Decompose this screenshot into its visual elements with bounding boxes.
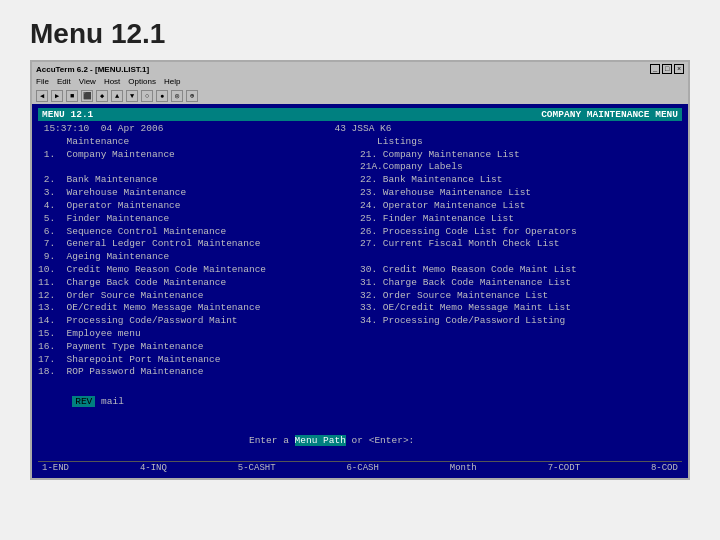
toolbar-btn-11[interactable]: ⊕ [186,90,198,102]
toolbar-btn-5[interactable]: ◆ [96,90,108,102]
footer-5-casht: 5-CASHT [238,463,276,473]
menu-edit[interactable]: Edit [57,77,71,87]
titlebar-text: AccuTerm 6.2 - [MENU.LIST.1] [36,65,149,74]
toolbar-btn-3[interactable]: ■ [66,90,78,102]
left-item-14: 14. Processing Code/Password Maint [38,315,360,328]
left-item-1: 1. Company Maintenance [38,149,360,162]
left-item-13: 13. OE/Credit Memo Message Maintenance [38,302,360,315]
footer-month: Month [450,463,477,473]
terminal-window: AccuTerm 6.2 - [MENU.LIST.1] _ □ × File … [30,60,690,480]
input-box[interactable]: REV [72,396,95,407]
left-item-17: 17. Sharepoint Port Maintenance [38,354,360,367]
right-item-24: 24. Operator Maintenance List [360,200,682,213]
footer-8-cod: 8-COD [651,463,678,473]
right-item-34: 34. Processing Code/Password Listing [360,315,682,328]
left-item-6: 6. Sequence Control Maintenance [38,226,360,239]
toolbar-btn-1[interactable]: ◀ [36,90,48,102]
prompt-line: Enter a Menu Path or <Enter>: [38,422,682,460]
terminal-titlebar: AccuTerm 6.2 - [MENU.LIST.1] _ □ × [32,62,688,76]
right-item-30: 30. Credit Memo Reason Code Maint List [360,264,682,277]
terminal-body: MENU 12.1 COMPANY MAINTENANCE MENU 15:37… [32,104,688,478]
terminal-header-bar: MENU 12.1 COMPANY MAINTENANCE MENU [38,108,682,121]
right-item-22: 22. Bank Maintenance List [360,174,682,187]
right-item-31: 31. Charge Back Code Maintenance List [360,277,682,290]
left-item-18: 18. ROP Password Maintenance [38,366,360,379]
datetime-line: 15:37:10 04 Apr 2006 43 JSSA K6 [38,123,682,136]
footer-1-end: 1-END [42,463,69,473]
right-blank [360,251,682,264]
toolbar-btn-2[interactable]: ▶ [51,90,63,102]
left-column: Maintenance 1. Company Maintenance 2. Ba… [38,136,360,379]
right-header: Listings [360,136,682,149]
left-item-12: 12. Order Source Maintenance [38,290,360,303]
menu-file[interactable]: File [36,77,49,87]
toolbar-btn-10[interactable]: ◎ [171,90,183,102]
toolbar-btn-6[interactable]: ▲ [111,90,123,102]
right-item-27: 27. Current Fiscal Month Check List [360,238,682,251]
left-item-10: 10. Credit Memo Reason Code Maintenance [38,264,360,277]
menu-help[interactable]: Help [164,77,180,87]
titlebar-buttons: _ □ × [650,64,684,74]
left-item-2: 2. Bank Maintenance [38,174,360,187]
left-item-16: 16. Payment Type Maintenance [38,341,360,354]
footer-4-inq: 4-INQ [140,463,167,473]
left-item-5: 5. Finder Maintenance [38,213,360,226]
toolbar-btn-7[interactable]: ▼ [126,90,138,102]
right-item-33: 33. OE/Credit Memo Message Maint List [360,302,682,315]
footer-7-codt: 7-CODT [548,463,580,473]
toolbar-btn-9[interactable]: ● [156,90,168,102]
right-item-25: 25. Finder Maintenance List [360,213,682,226]
right-item-21: 21. Company Maintenance List [360,149,682,162]
left-item-11: 11. Charge Back Code Maintenance [38,277,360,290]
right-item-21a: 21A.Company Labels [360,161,682,174]
terminal-footer: 1-END 4-INQ 5-CASHT 6-CASH Month 7-CODT … [38,461,682,474]
menu-path-highlight: Menu Path [295,435,346,446]
footer-6-cash: 6-CASH [346,463,378,473]
left-item-blank [38,161,360,174]
input-line: REV mail [38,383,682,421]
left-item-9: 9. Ageing Maintenance [38,251,360,264]
menu-title: COMPANY MAINTENANCE MENU [541,109,678,120]
menu-id: MENU 12.1 [42,109,93,120]
menu-host[interactable]: Host [104,77,120,87]
menu-content: Maintenance 1. Company Maintenance 2. Ba… [38,136,682,379]
left-item-7: 7. General Ledger Control Maintenance [38,238,360,251]
close-button[interactable]: × [674,64,684,74]
toolbar-btn-8[interactable]: ○ [141,90,153,102]
right-item-26: 26. Processing Code List for Operators [360,226,682,239]
right-column: Listings 21. Company Maintenance List 21… [360,136,682,379]
left-item-15: 15. Employee menu [38,328,360,341]
terminal-menubar: File Edit View Host Options Help [32,76,688,88]
right-item-32: 32. Order Source Maintenance List [360,290,682,303]
page-title: Menu 12.1 [0,0,720,60]
left-item-3: 3. Warehouse Maintenance [38,187,360,200]
menu-options[interactable]: Options [128,77,156,87]
maximize-button[interactable]: □ [662,64,672,74]
input-text: mail [95,396,124,407]
minimize-button[interactable]: _ [650,64,660,74]
left-header: Maintenance [38,136,360,149]
toolbar-btn-4[interactable]: ⬛ [81,90,93,102]
terminal-toolbar: ◀ ▶ ■ ⬛ ◆ ▲ ▼ ○ ● ◎ ⊕ [32,88,688,104]
left-item-4: 4. Operator Maintenance [38,200,360,213]
right-item-23: 23. Warehouse Maintenance List [360,187,682,200]
menu-view[interactable]: View [79,77,96,87]
